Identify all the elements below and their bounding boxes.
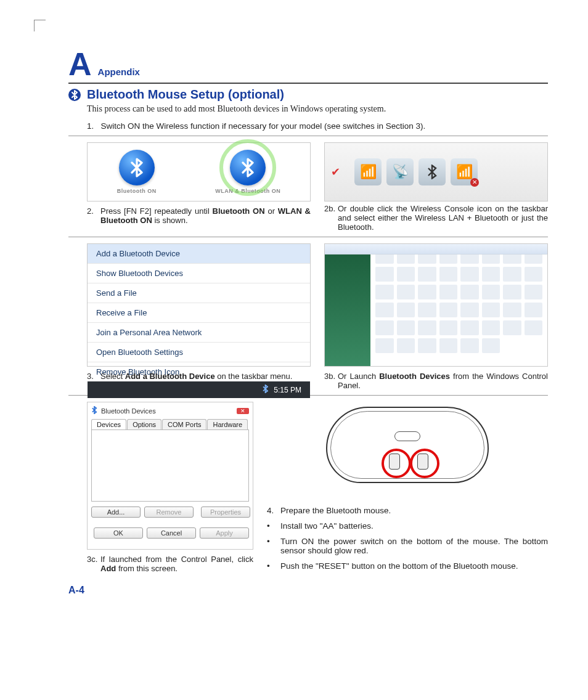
highlight-circle-icon <box>382 449 411 478</box>
bluetooth-on-indicator: Bluetooth ON <box>117 150 157 194</box>
step-3b-num: 3b. <box>324 372 335 381</box>
figure-wireless-console: ✔ 📶 📡 📶✕ <box>324 142 548 201</box>
step-3b: 3b. Or Launch Bluetooth Devices from the… <box>324 372 548 390</box>
figure-taskbar-menu: Add a Bluetooth Device Show Bluetooth De… <box>87 243 311 367</box>
step-1: 1. Switch ON the Wireless function if ne… <box>87 121 548 131</box>
add-button[interactable]: Add... <box>91 507 141 518</box>
chapter-label: Appendix <box>98 67 140 77</box>
step-4-text: Prepare the Bluetooth mouse. <box>280 506 391 515</box>
figure-control-panel <box>324 243 548 367</box>
step-3-num: 3. <box>87 372 94 381</box>
tab-hardware[interactable]: Hardware <box>207 419 248 429</box>
menu-add-bluetooth[interactable]: Add a Bluetooth Device <box>88 244 310 263</box>
control-panel-grid <box>370 244 547 366</box>
step-3c: 3c. If launched from the Control Panel, … <box>87 555 253 573</box>
wlan-bluetooth-on-indicator: WLAN & Bluetooth ON <box>215 150 280 194</box>
page-number: A-4 <box>68 585 548 596</box>
dialog-tabs: Devices Options COM Ports Hardware <box>91 419 249 429</box>
cancel-button[interactable]: Cancel <box>147 527 196 539</box>
close-icon[interactable]: ✕ <box>237 408 249 414</box>
step-3c-num: 3c. <box>87 555 97 564</box>
properties-button[interactable]: Properties <box>201 507 250 518</box>
control-panel-sidebar <box>325 244 370 366</box>
ok-button[interactable]: OK <box>94 527 143 539</box>
apply-button[interactable]: Apply <box>200 527 249 539</box>
separator <box>68 136 548 136</box>
wifi-icon: 📡 <box>386 158 414 185</box>
step-2b-text: Or double click the Wireless Console ico… <box>338 204 548 232</box>
bluetooth-icon <box>68 89 81 101</box>
step-4: 4. Prepare the Bluetooth mouse. <box>267 503 548 518</box>
menu-join-pan[interactable]: Join a Personal Area Network <box>88 322 310 342</box>
chapter-rule <box>68 83 548 84</box>
menu-open-settings[interactable]: Open Bluetooth Settings <box>88 342 310 362</box>
section-title: Bluetooth Mouse Setup (optional) <box>87 88 284 102</box>
disabled-icon: 📶✕ <box>451 158 478 185</box>
tab-com-ports[interactable]: COM Ports <box>162 419 206 429</box>
step-4-bullet: • Push the "RESET" button on the bottom … <box>267 558 548 574</box>
tab-devices[interactable]: Devices <box>91 419 126 429</box>
menu-show-bluetooth[interactable]: Show Bluetooth Devices <box>88 263 310 283</box>
step-3: 3. Select Add a Bluetooth Device on the … <box>87 372 311 381</box>
bt-icon <box>419 158 446 185</box>
highlight-circle-icon <box>410 449 439 478</box>
menu-send-file[interactable]: Send a File <box>88 283 310 303</box>
dialog-title: Bluetooth Devices ✕ <box>91 406 249 415</box>
taskbar: 5:15 PM <box>88 381 310 398</box>
step-4-num: 4. <box>267 506 274 515</box>
step-2b: 2b. Or double click the Wireless Console… <box>324 204 548 232</box>
selection-marker-icon: ✔ <box>331 165 349 179</box>
section-intro: This process can be used to add most Blu… <box>87 104 548 114</box>
tray-time: 5:15 PM <box>274 386 301 394</box>
figure-bluetooth-devices-dialog: Bluetooth Devices ✕ Devices Options COM … <box>87 402 253 550</box>
step-2: 2. Press [FN F2] repeatedly until Blueto… <box>87 206 311 225</box>
step-1-num: 1. <box>87 121 94 131</box>
step-4-bullet: • Install two "AA" batteries. <box>267 518 548 534</box>
tab-options[interactable]: Options <box>127 419 161 429</box>
wifi-bt-icon: 📶 <box>354 158 382 185</box>
chapter-head: A Appendix <box>68 48 548 80</box>
remove-button[interactable]: Remove <box>144 507 194 518</box>
mouse-sensor <box>394 431 420 441</box>
separator <box>68 237 548 237</box>
bluetooth-on-label: Bluetooth ON <box>117 188 157 194</box>
device-list-panel <box>91 429 249 502</box>
figure-mouse-bottom <box>267 402 548 498</box>
step-2-num: 2. <box>87 206 94 216</box>
step-1-text: Switch ON the Wireless function if neces… <box>101 121 426 131</box>
tray-bluetooth-icon[interactable] <box>262 385 269 395</box>
chapter-letter: A <box>68 48 92 80</box>
step-2b-num: 2b. <box>324 204 335 213</box>
crop-mark <box>34 20 46 31</box>
menu-receive-file[interactable]: Receive a File <box>88 303 310 322</box>
step-4-bullet: • Turn ON the power switch on the bottom… <box>267 534 548 558</box>
figure-bluetooth-status: Bluetooth ON WLAN & Bluetooth ON <box>87 142 311 201</box>
